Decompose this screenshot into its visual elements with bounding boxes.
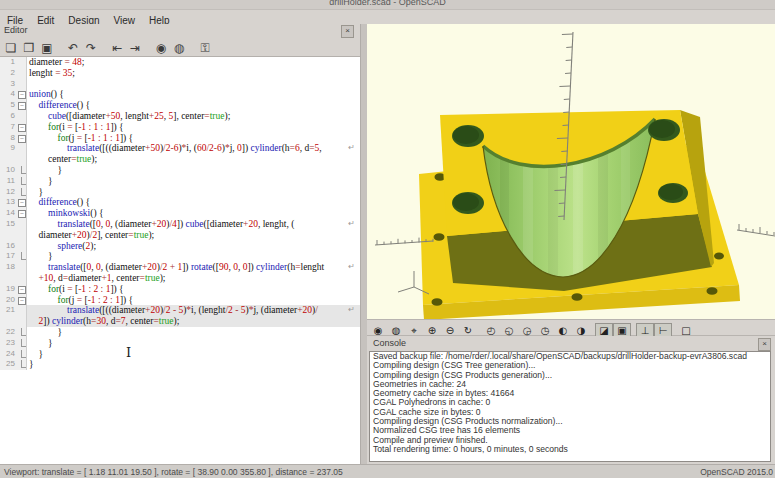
model-block <box>440 110 714 291</box>
code-row: 20– for(j = [-1 : 2 : 1]) { <box>0 295 360 306</box>
code-row: 16 sphere(2); <box>0 241 360 252</box>
preview-button[interactable]: ◉ <box>152 40 170 57</box>
gutter: 23 <box>0 338 27 349</box>
window-title: drillHolder.scad - OpenSCAD <box>0 0 775 7</box>
gutter: 4– <box>0 89 27 100</box>
code-row: 22 } <box>0 327 360 338</box>
menu-bar: FileEditDesignViewHelp <box>0 10 775 24</box>
gutter <box>0 316 27 327</box>
console-output[interactable]: Saved backup file: /home/rder/.local/sha… <box>369 351 771 462</box>
line-number: 24 <box>0 349 15 360</box>
code-row: 2]) cylinder(h=30, d=7, center=true); <box>0 316 360 327</box>
fold-end-marker <box>21 339 26 347</box>
unindent-button[interactable]: ⇤ <box>108 40 126 57</box>
fold-marker-icon[interactable]: – <box>18 91 26 99</box>
code-text: } <box>27 176 53 186</box>
window-title-bar[interactable]: drillHolder.scad - OpenSCAD <box>0 0 775 10</box>
code-editor[interactable]: 1diameter = 48;2lenght = 35;34–union() {… <box>0 56 360 465</box>
render-icon: ◍ <box>174 41 184 55</box>
code-text: sphere(2); <box>27 241 96 251</box>
fold-marker-icon[interactable]: – <box>18 297 26 305</box>
indent-button[interactable]: ⇥ <box>126 40 144 57</box>
unindent-icon: ⇤ <box>112 41 122 55</box>
fold-marker-icon[interactable]: – <box>18 286 26 294</box>
undo-button[interactable]: ↶ <box>64 40 82 57</box>
code-text: } <box>27 251 53 261</box>
toggle-orthogonal-icon: □ <box>681 325 690 336</box>
view-all-icon: ⌖ <box>411 325 417 336</box>
fold-marker-icon[interactable]: – <box>18 102 26 110</box>
code-row: 3 <box>0 79 360 90</box>
render-button[interactable]: ◍ <box>170 40 188 57</box>
text-cursor-ibeam: I <box>126 345 131 360</box>
code-text: minkowski() { <box>27 208 104 218</box>
redo-button[interactable]: ↷ <box>82 40 100 57</box>
line-number: 10 <box>0 165 15 176</box>
gutter: 14– <box>0 208 27 219</box>
code-text: difference() { <box>27 100 90 110</box>
gutter: 6 <box>0 111 27 122</box>
fold-end-marker <box>21 328 26 336</box>
zoom-out-icon: ⊖ <box>446 325 454 336</box>
line-number: 8 <box>0 133 15 144</box>
code-row: 21 translate([((diameter+20)/2 - 5)*i, (… <box>0 305 360 316</box>
code-text: } <box>27 349 43 359</box>
gutter: 2 <box>0 68 27 79</box>
editor-panel: Editor × ❏❐▣↶↷⇤⇥◉◍⚿ 1diameter = 48;2leng… <box>0 24 360 464</box>
code-text <box>27 79 29 89</box>
line-number: 1 <box>0 57 15 68</box>
code-row: 18 translate([0, 0, (diameter+20)/2 + 1]… <box>0 262 360 273</box>
view-back-icon: ◑ <box>577 325 586 336</box>
line-number: 2 <box>0 68 15 79</box>
open-file-button[interactable]: ❐ <box>20 40 38 57</box>
line-wrap-icon: ↵ <box>348 305 355 316</box>
save-file-button[interactable]: ▣ <box>38 40 56 57</box>
gutter: 16 <box>0 241 27 252</box>
gutter: 12 <box>0 187 27 198</box>
code-row: center=true); <box>0 154 360 165</box>
line-number: 7 <box>0 122 15 133</box>
new-file-button[interactable]: ❏ <box>2 40 20 57</box>
fold-marker-icon[interactable]: – <box>18 135 26 143</box>
editor-panel-header: Editor × <box>0 24 360 37</box>
toggle-axes-icon: ⊥ <box>641 325 650 336</box>
fold-marker-icon[interactable]: – <box>18 210 26 218</box>
code-text: difference() { <box>27 197 90 207</box>
gutter <box>0 230 27 241</box>
fold-marker-icon[interactable]: – <box>18 199 26 207</box>
save-file-icon: ▣ <box>41 41 52 55</box>
viewport-canvas <box>367 24 775 319</box>
line-number: 21 <box>0 305 15 316</box>
line-number: 25 <box>0 359 15 370</box>
code-row: 1diameter = 48; <box>0 57 360 68</box>
line-number: 5 <box>0 100 15 111</box>
code-row: 23 } <box>0 338 360 349</box>
gutter: 5– <box>0 100 27 111</box>
fold-marker-icon[interactable]: – <box>18 124 26 132</box>
console-close-icon[interactable]: × <box>758 338 771 351</box>
code-text: translate([0, 0, (diameter+20)/2 + 1]) r… <box>27 262 324 272</box>
gutter: 3 <box>0 79 27 90</box>
code-row: 9 translate([((diameter+50)/2-6)*i, (60/… <box>0 143 360 154</box>
open-file-icon: ❐ <box>24 41 35 55</box>
line-number: 13 <box>0 197 15 208</box>
zoom-in-icon: ⊕ <box>428 325 436 336</box>
indent-icon: ⇥ <box>130 41 140 55</box>
code-text: } <box>27 165 62 175</box>
editor-close-icon[interactable]: × <box>341 25 354 38</box>
lock-editor-icon: ⚿ <box>200 41 209 55</box>
gutter: 10 <box>0 165 27 176</box>
code-text: } <box>27 338 53 348</box>
code-row: 24 } <box>0 349 360 360</box>
gutter: 25 <box>0 359 27 370</box>
code-row: 8– for(j = [-1 : 1 : 1]) { <box>0 133 360 144</box>
gutter: 7– <box>0 122 27 133</box>
fold-end-marker <box>21 177 26 185</box>
fold-end-marker <box>21 188 26 196</box>
3d-viewport[interactable] <box>367 24 775 319</box>
code-row: 7– for(i = [-1 : 1 : 1]) { <box>0 122 360 133</box>
version-label: OpenSCAD 2015.0 <box>700 467 773 477</box>
code-text: for(i = [-1 : 2 : 1]) { <box>27 284 124 294</box>
lock-editor-button[interactable]: ⚿ <box>196 40 214 57</box>
code-text: } <box>27 327 62 337</box>
